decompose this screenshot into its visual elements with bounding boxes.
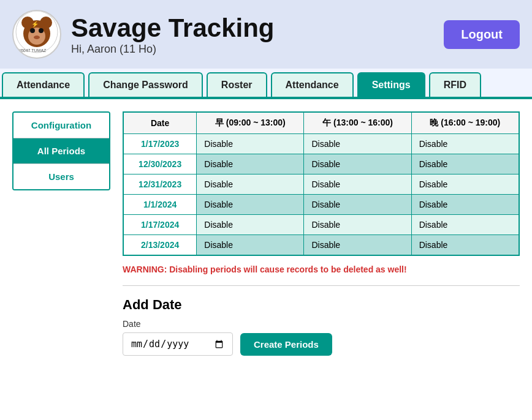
svg-text:⚡: ⚡ — [31, 20, 39, 28]
cell-afternoon[interactable]: Disable — [304, 134, 411, 154]
table-row: 2/13/2024DisableDisableDisable — [123, 235, 519, 256]
cell-morning[interactable]: Disable — [197, 235, 304, 256]
tab-settings[interactable]: Settings — [357, 72, 425, 97]
cell-afternoon[interactable]: Disable — [304, 154, 411, 174]
cell-date: 2/13/2024 — [123, 235, 197, 256]
cell-morning[interactable]: Disable — [197, 134, 304, 154]
cell-evening[interactable]: Disable — [411, 134, 519, 154]
add-date-heading: Add Date — [123, 297, 520, 313]
table-row: 1/17/2023DisableDisableDisable — [123, 134, 519, 154]
cell-date: 1/1/2024 — [123, 195, 197, 215]
divider — [123, 285, 520, 286]
nav-tabs: Attendance Change Password Roster Attend… — [0, 69, 532, 99]
periods-table: Date 早 (09:00 ~ 13:00) 午 (13:00 ~ 16:00)… — [123, 111, 520, 256]
table-area: Date 早 (09:00 ~ 13:00) 午 (13:00 ~ 16:00)… — [123, 111, 520, 356]
cell-date: 12/30/2023 — [123, 154, 197, 174]
table-row: 12/31/2023DisableDisableDisable — [123, 174, 519, 195]
cell-date: 12/31/2023 — [123, 174, 197, 195]
cell-morning[interactable]: Disable — [197, 215, 304, 235]
cell-afternoon[interactable]: Disable — [304, 174, 411, 195]
date-input[interactable] — [123, 332, 233, 356]
tab-attendance2[interactable]: Attendance — [271, 72, 354, 97]
cell-evening[interactable]: Disable — [411, 195, 519, 215]
cell-evening[interactable]: Disable — [411, 174, 519, 195]
logo-bear-icon: ⚡ #6047 TUMAZ — [15, 10, 58, 59]
cell-date: 1/17/2024 — [123, 215, 197, 235]
cell-afternoon[interactable]: Disable — [304, 215, 411, 235]
cell-evening[interactable]: Disable — [411, 235, 519, 256]
svg-point-7 — [34, 36, 40, 39]
create-periods-button[interactable]: Create Periods — [240, 333, 332, 356]
col-date: Date — [123, 112, 197, 134]
logout-button[interactable]: Logout — [444, 20, 520, 49]
date-label: Date — [123, 319, 520, 329]
cell-evening[interactable]: Disable — [411, 215, 519, 235]
app-title: Savage Tracking — [71, 13, 275, 43]
header-title: Savage Tracking Hi, Aaron (11 Ho) — [71, 13, 275, 56]
sidebar-item-configuration[interactable]: Configuration — [13, 113, 109, 138]
table-row: 1/1/2024DisableDisableDisable — [123, 195, 519, 215]
cell-morning[interactable]: Disable — [197, 154, 304, 174]
sidebar-item-all-periods[interactable]: All Periods — [13, 138, 109, 164]
sidebar: Configuration All Periods Users — [12, 111, 110, 190]
user-greeting: Hi, Aaron (11 Ho) — [71, 43, 275, 56]
cell-evening[interactable]: Disable — [411, 154, 519, 174]
cell-date: 1/17/2023 — [123, 134, 197, 154]
tab-change-password[interactable]: Change Password — [88, 72, 203, 97]
tab-rfid[interactable]: RFID — [429, 72, 481, 97]
svg-text:#6047 TUMAZ: #6047 TUMAZ — [18, 48, 47, 53]
svg-point-5 — [30, 28, 35, 33]
col-evening: 晚 (16:00 ~ 19:00) — [411, 112, 519, 134]
warning-text: WARNING: Disabling periods will cause re… — [123, 264, 520, 274]
table-row: 12/30/2023DisableDisableDisable — [123, 154, 519, 174]
sidebar-item-users[interactable]: Users — [13, 164, 109, 189]
cell-afternoon[interactable]: Disable — [304, 195, 411, 215]
cell-morning[interactable]: Disable — [197, 174, 304, 195]
col-morning: 早 (09:00 ~ 13:00) — [197, 112, 304, 134]
add-date-row: Create Periods — [123, 332, 520, 356]
main-content: Configuration All Periods Users Date 早 (… — [0, 99, 532, 368]
svg-point-6 — [39, 28, 44, 33]
cell-afternoon[interactable]: Disable — [304, 235, 411, 256]
tab-attendance1[interactable]: Attendance — [2, 72, 85, 97]
col-afternoon: 午 (13:00 ~ 16:00) — [304, 112, 411, 134]
logo: ⚡ #6047 TUMAZ — [12, 10, 61, 59]
add-date-section: Add Date Date Create Periods — [123, 297, 520, 356]
table-row: 1/17/2024DisableDisableDisable — [123, 215, 519, 235]
tab-roster[interactable]: Roster — [207, 72, 267, 97]
header: ⚡ #6047 TUMAZ Savage Tracking Hi, Aaron … — [0, 0, 532, 69]
cell-morning[interactable]: Disable — [197, 195, 304, 215]
